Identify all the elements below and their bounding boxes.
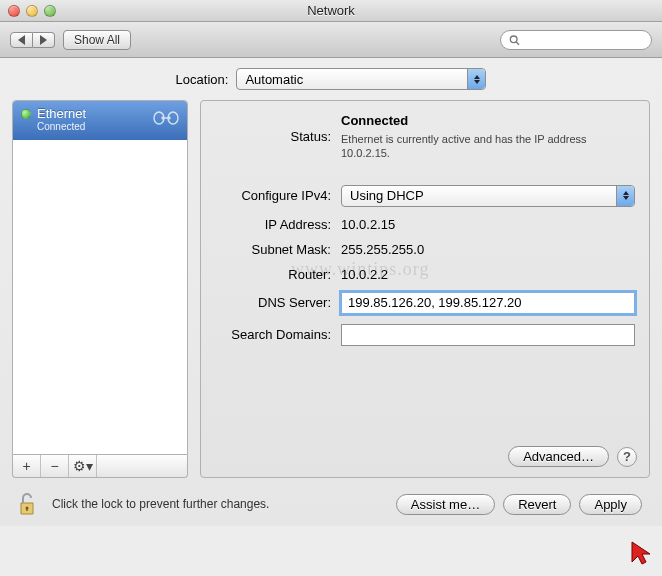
status-value: Connected [341,113,408,128]
subnet-mask-value: 255.255.255.0 [341,242,635,257]
search-input[interactable] [524,33,643,47]
status-label: Status: [215,129,341,144]
status-dot-connected-icon [21,109,31,119]
configure-ipv4-value: Using DHCP [350,188,424,203]
ethernet-icon [153,111,179,128]
chevron-left-icon [18,35,25,45]
apply-button[interactable]: Apply [579,494,642,515]
detail-panel: www.wintips.org Status: Connected Ethern… [200,100,650,478]
window-titlebar: Network [0,0,662,22]
ip-address-label: IP Address: [215,217,341,232]
ip-address-value: 10.0.2.15 [341,217,635,232]
router-label: Router: [215,267,341,282]
assist-me-button[interactable]: Assist me… [396,494,495,515]
svg-line-1 [516,42,519,45]
revert-button[interactable]: Revert [503,494,571,515]
subnet-mask-label: Subnet Mask: [215,242,341,257]
search-domains-input[interactable] [341,324,635,346]
popup-stepper-icon [467,69,485,89]
bottom-bar: Click the lock to prevent further change… [12,488,650,518]
sidebar-item-label: Ethernet [37,107,147,121]
nav-segment [10,32,55,48]
dns-server-label: DNS Server: [215,295,341,310]
location-label: Location: [176,72,229,87]
cursor-arrow-icon [630,540,654,566]
lock-text: Click the lock to prevent further change… [52,497,269,511]
router-value: 10.0.2.2 [341,267,635,282]
sidebar-item-ethernet[interactable]: Ethernet Connected [13,101,187,140]
help-button[interactable]: ? [617,447,637,467]
show-all-button[interactable]: Show All [63,30,131,50]
services-sidebar: Ethernet Connected + − ⚙︎▾ [12,100,188,478]
location-value: Automatic [245,72,303,87]
remove-service-button[interactable]: − [41,455,69,477]
sidebar-footer: + − ⚙︎▾ [12,455,188,478]
search-icon [509,34,520,46]
advanced-button[interactable]: Advanced… [508,446,609,467]
zoom-window-button[interactable] [44,5,56,17]
svg-rect-7 [26,508,27,511]
status-description: Ethernet is currently active and has the… [341,132,601,161]
location-row: Location: Automatic [12,68,650,90]
sidebar-item-sub: Connected [37,121,147,132]
window-title: Network [0,3,662,18]
popup-stepper-icon [616,186,634,206]
close-window-button[interactable] [8,5,20,17]
unlocked-lock-icon [17,492,39,516]
search-domains-label: Search Domains: [215,327,341,342]
forward-button[interactable] [33,32,55,48]
service-actions-button[interactable]: ⚙︎▾ [69,455,97,477]
configure-ipv4-popup[interactable]: Using DHCP [341,185,635,207]
minimize-window-button[interactable] [26,5,38,17]
gear-icon: ⚙︎▾ [73,458,93,474]
svg-point-5 [168,117,170,119]
toolbar: Show All [0,22,662,58]
back-button[interactable] [10,32,33,48]
svg-point-0 [510,35,517,42]
search-field-wrap[interactable] [500,30,652,50]
configure-ipv4-label: Configure IPv4: [215,188,341,203]
location-popup[interactable]: Automatic [236,68,486,90]
svg-point-4 [162,117,164,119]
add-service-button[interactable]: + [13,455,41,477]
dns-server-input[interactable] [341,292,635,314]
chevron-right-icon [40,35,47,45]
lock-button[interactable] [14,490,42,518]
